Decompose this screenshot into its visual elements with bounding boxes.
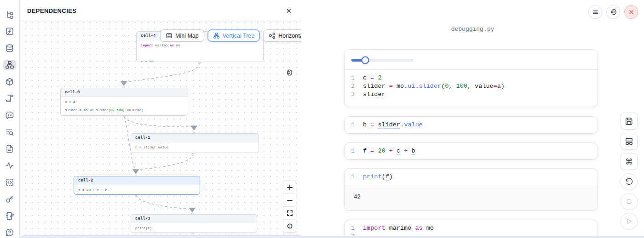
file-text-icon — [5, 144, 14, 153]
notebook-cell-import[interactable]: 12 import marimo as mo — [344, 220, 598, 238]
notebook-menu-button[interactable] — [588, 5, 602, 19]
ai-chat-icon — [5, 111, 14, 120]
snippets-icon — [5, 178, 14, 187]
line-numbers: 123 — [345, 74, 358, 99]
node-title: cell-0 — [61, 88, 188, 97]
slider-control[interactable] — [351, 59, 414, 62]
scratchpad-icon — [5, 211, 14, 221]
undo-icon — [625, 177, 633, 186]
notebook-cell-slider[interactable]: 123 c = 2slider = mo.ui.slider(0, 100, v… — [344, 49, 598, 107]
edge-cell1-cell2 — [139, 153, 193, 170]
sidebar-item-datasources[interactable] — [3, 43, 16, 54]
zoom-in-button[interactable] — [283, 181, 296, 194]
horizontal-tree-icon — [269, 32, 276, 39]
dependency-graph-canvas[interactable]: cell-4 import marimo as mo a = 20 cell-0… — [20, 22, 301, 238]
graph-node-cell-1[interactable]: cell-1 b = slider.value — [131, 133, 259, 153]
code-editor[interactable]: 1 print(f) — [345, 169, 598, 186]
log-search-icon — [5, 127, 14, 136]
line-numbers: 1 — [345, 121, 358, 129]
code-content: print(f) — [358, 173, 393, 181]
notebook-cell-b[interactable]: 1 b = slider.value — [344, 116, 598, 134]
play-icon — [625, 217, 633, 226]
run-button[interactable] — [621, 213, 638, 230]
node-code: f = 20 + c + b — [74, 185, 200, 195]
graph-zoom-controls — [283, 181, 296, 233]
save-button[interactable] — [621, 113, 638, 130]
slider-thumb[interactable] — [361, 57, 369, 64]
close-panel-button[interactable]: ✕ — [286, 7, 292, 14]
key-icon — [5, 194, 14, 204]
notebook-area: debugging.py 123 c = 2slider = mo.ui.sli… — [301, 0, 644, 238]
minimap-button[interactable]: Mini Map — [160, 29, 204, 42]
sidebar-item-tracing[interactable] — [3, 160, 16, 171]
stop-button[interactable] — [621, 193, 638, 210]
edge-cell2-cell3 — [136, 195, 189, 209]
vertical-tree-label: Vertical Tree — [223, 33, 254, 39]
shutdown-button[interactable] — [624, 5, 638, 19]
line-numbers: 1 — [345, 173, 358, 181]
plus-icon — [287, 184, 293, 191]
dependencies-panel-header: DEPENDENCIES ✕ — [20, 0, 301, 22]
dependency-graph-icon — [5, 60, 14, 69]
save-icon — [625, 117, 633, 125]
sidebar-item-dependencies[interactable] — [3, 60, 16, 71]
vertical-tree-button[interactable]: Vertical Tree — [207, 29, 260, 42]
code-editor[interactable]: 1 f = 20 + c + b — [345, 143, 598, 160]
graph-node-cell-3[interactable]: cell-3 print(f) — [131, 214, 257, 233]
sidebar-item-documentation[interactable] — [3, 93, 16, 104]
stop-icon — [625, 197, 633, 206]
fit-view-icon — [287, 210, 293, 216]
horizontal-tree-label: Horizontal Tree — [278, 33, 301, 39]
help-icon — [5, 228, 14, 237]
sidebar-item-logs[interactable] — [3, 127, 16, 138]
sidebar-item-secrets[interactable] — [3, 194, 16, 205]
slider-output-area — [345, 50, 598, 70]
graph-settings-button[interactable] — [285, 68, 293, 78]
command-icon: ⌘ — [625, 157, 633, 166]
sidebar-item-ai-chat[interactable] — [3, 110, 16, 121]
sidebar-item-variables[interactable] — [3, 26, 16, 37]
graph-view-toolbar: Mini Map Vertical Tree Horizontal Tree — [160, 29, 301, 42]
code-editor[interactable]: 1 b = slider.value — [345, 117, 598, 134]
sidebar-item-file-tree[interactable] — [3, 9, 16, 20]
activity-icon — [5, 161, 14, 170]
notebook-action-rail: ⌘ — [621, 113, 638, 232]
window-bottom-scrollbar[interactable] — [19, 236, 644, 238]
edge-cell0-cell1 — [124, 116, 191, 127]
panel-title: DEPENDENCIES — [27, 7, 76, 14]
node-title: cell-1 — [131, 134, 259, 142]
node-code: b = slider.value — [131, 142, 259, 153]
fit-view-button[interactable] — [283, 207, 296, 220]
settings-gear-icon — [609, 8, 617, 16]
undo-button[interactable] — [621, 173, 638, 190]
package-icon — [5, 77, 14, 86]
notebook-settings-button[interactable] — [606, 5, 620, 19]
horizontal-tree-button[interactable]: Horizontal Tree — [263, 29, 301, 42]
cell-output: 42 — [345, 186, 598, 210]
notebook-cell-print[interactable]: 1 print(f) 42 — [344, 168, 598, 211]
file-tree-icon — [5, 10, 14, 19]
node-title: cell-3 — [131, 215, 257, 223]
line-numbers: 1 — [345, 147, 358, 155]
zoom-out-button[interactable] — [283, 194, 296, 207]
sidebar-item-packages[interactable] — [3, 76, 16, 87]
notebook-filename[interactable]: debugging.py — [301, 26, 644, 33]
minimap-label: Mini Map — [175, 33, 199, 39]
node-code: c = 2slider = mo.ui.slider(0, 100, value… — [61, 97, 188, 116]
node-code: import marimo as mo a = 20 — [137, 40, 263, 62]
sidebar-item-snippets[interactable] — [3, 177, 16, 188]
layout-select-button[interactable] — [621, 133, 638, 150]
sidebar-item-help[interactable] — [3, 227, 16, 238]
notebook-cell-f[interactable]: 1 f = 20 + c + b — [344, 142, 598, 160]
graph-node-cell-2[interactable]: cell-2 f = 20 + c + b — [74, 176, 200, 195]
code-editor[interactable]: 123 c = 2slider = mo.ui.slider(0, 100, v… — [345, 70, 598, 103]
code-content: c = 2slider = mo.ui.slider(0, 100, value… — [358, 74, 505, 99]
layout-icon — [625, 137, 633, 146]
locate-button[interactable] — [283, 220, 296, 232]
keyboard-shortcuts-button[interactable]: ⌘ — [621, 153, 638, 170]
graph-node-cell-0[interactable]: cell-0 c = 2slider = mo.ui.slider(0, 100… — [60, 88, 188, 116]
notebook-top-controls — [588, 5, 638, 19]
sidebar-item-scratchpad[interactable] — [3, 210, 16, 221]
helper-panel-rail — [0, 0, 19, 238]
sidebar-item-outline[interactable] — [3, 143, 16, 154]
